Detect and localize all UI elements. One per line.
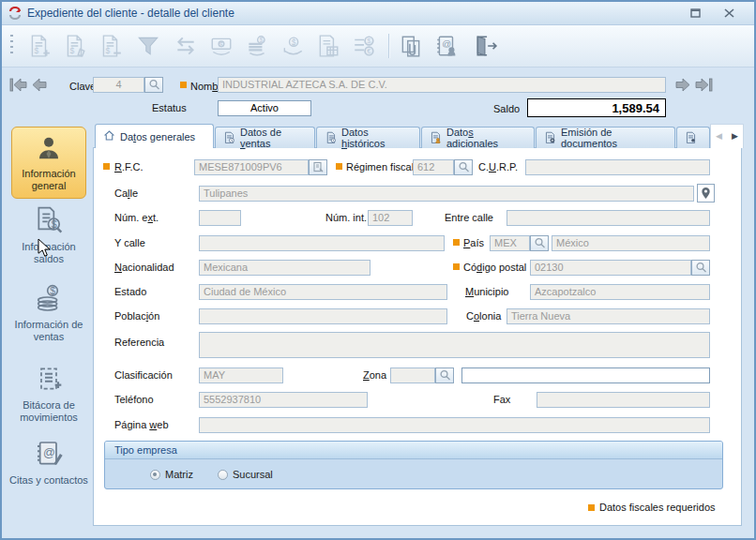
rfc-field[interactable]: MESE871009PV6 — [194, 159, 309, 175]
balance-icon[interactable]: $ — [276, 30, 310, 62]
sucursal-label: Sucursal — [233, 469, 273, 480]
estado-label: Estado — [114, 286, 146, 297]
calle-field[interactable]: Tulipanes — [199, 186, 694, 202]
zona-descripcion-field[interactable] — [461, 368, 710, 383]
regimen-search-icon[interactable] — [454, 159, 473, 175]
clasificacion-label: Clasificación — [114, 369, 173, 381]
required-marker — [103, 163, 110, 170]
restore-icon[interactable] — [685, 6, 705, 21]
svg-text:$: $ — [35, 46, 39, 55]
entre-calle-label: Entre calle — [445, 212, 493, 223]
codigo-postal-label: Código postal — [463, 262, 526, 273]
sucursal-radio[interactable] — [218, 470, 228, 480]
clave-search-icon[interactable] — [144, 77, 163, 93]
codigo-postal-search-icon[interactable] — [691, 260, 710, 276]
tab-datos-generales[interactable]: Datos generales — [95, 124, 214, 148]
currency-icon[interactable]: $€ — [347, 30, 381, 62]
svg-text:$: $ — [70, 46, 75, 55]
telefono-field[interactable]: 5552937810 — [199, 392, 368, 408]
navigate-icon[interactable] — [169, 30, 203, 62]
fax-field[interactable] — [537, 392, 710, 408]
svg-text:$: $ — [52, 218, 57, 230]
required-marker — [453, 263, 460, 270]
sidebar-item-citas-y-contactos[interactable]: @ Citas y contactos — [9, 439, 88, 487]
payments-icon[interactable]: $ — [204, 30, 238, 62]
num-ext-field[interactable] — [199, 210, 241, 226]
close-icon[interactable] — [718, 6, 739, 21]
clave-field[interactable]: 4 — [93, 77, 144, 93]
document-icon — [685, 131, 697, 145]
zona-search-icon[interactable] — [435, 368, 454, 383]
tab-emision-de-documentos[interactable]: Emisión de documentos — [536, 127, 675, 148]
tab-overflow[interactable] — [676, 127, 710, 148]
pagina-web-field[interactable] — [199, 417, 710, 433]
regimen-fiscal-field[interactable]: 612 — [413, 159, 454, 175]
zona-field[interactable] — [390, 368, 435, 383]
attachments-icon[interactable] — [394, 30, 428, 62]
saldo-value: 1,589.54 — [527, 98, 666, 117]
document-history-icon — [325, 131, 337, 145]
pais-name-field[interactable]: México — [552, 235, 710, 251]
edit-document-icon[interactable]: $ — [58, 30, 92, 62]
rfc-validate-icon[interactable] — [309, 159, 327, 175]
exit-icon[interactable] — [469, 30, 503, 62]
municipio-field[interactable]: Azcapotzalco — [530, 284, 710, 300]
fax-label: Fax — [493, 394, 510, 405]
colonia-field[interactable]: Tierra Nueva — [507, 308, 710, 324]
delete-document-icon[interactable]: $ — [94, 30, 128, 62]
tab-label: Datos de ventas — [240, 127, 307, 149]
matriz-radio[interactable] — [150, 470, 160, 480]
matriz-label: Matriz — [165, 469, 193, 480]
sidebar-item-label: Información de ventas — [9, 319, 88, 343]
person-icon — [35, 134, 63, 165]
estatus-value: Activo — [218, 100, 311, 116]
add-document-icon[interactable]: $ — [23, 30, 56, 62]
poblacion-label: Población — [114, 310, 159, 322]
last-record-button[interactable] — [694, 76, 713, 94]
estado-field[interactable]: Ciudad de México — [199, 284, 447, 300]
client-detail-window: Expediente del cliente - detalle del cli… — [0, 0, 756, 540]
poblacion-field[interactable] — [199, 308, 447, 324]
first-record-button[interactable] — [9, 76, 28, 94]
tab-datos-adicionales[interactable]: Datos adicionales — [421, 127, 535, 148]
y-calle-field[interactable] — [199, 235, 445, 251]
nacionalidad-label: Nacionalidad — [114, 262, 174, 273]
sidebar-item-informacion-general[interactable]: Información general — [11, 127, 86, 199]
nacionalidad-field[interactable]: Mexicana — [199, 260, 370, 276]
toolbar-separator — [388, 34, 390, 58]
sidebar-item-bitacora-de-movimientos[interactable]: Bitácora de movimientos — [9, 364, 88, 424]
document-calendar-icon[interactable] — [311, 30, 345, 62]
sidebar-item-informacion-de-ventas[interactable]: $ Información de ventas — [9, 283, 88, 343]
telefono-label: Teléfono — [114, 394, 154, 405]
deposits-icon[interactable]: $ — [240, 30, 274, 62]
curp-field[interactable] — [525, 159, 710, 175]
next-record-button[interactable] — [673, 76, 692, 94]
municipio-label: Municipio — [465, 286, 508, 297]
map-pin-icon[interactable] — [697, 184, 715, 202]
toolbar-grip[interactable] — [10, 35, 13, 57]
entre-calle-field[interactable] — [507, 210, 710, 226]
toolbar: $ $ $ $ $ $ $€ — [2, 25, 754, 68]
pais-code-field[interactable]: MEX — [490, 235, 530, 251]
svg-text:$: $ — [106, 46, 111, 55]
referencia-field[interactable] — [199, 332, 710, 358]
tab-scroll-right-icon[interactable]: ▶ — [732, 132, 738, 141]
window-title: Expediente del cliente - detalle del cli… — [27, 7, 234, 20]
tab-scroll-left-icon[interactable]: ◀ — [716, 132, 722, 141]
num-ext-label: Núm. ext. — [114, 212, 159, 223]
svg-text:$: $ — [292, 38, 296, 47]
num-int-field[interactable]: 102 — [368, 210, 413, 226]
clave-label: Clave — [69, 81, 96, 92]
required-marker — [453, 239, 460, 246]
referencia-label: Referencia — [114, 337, 164, 348]
nombre-field[interactable]: INDUSTRIAL AZTECA S.A. DE C.V. — [218, 77, 666, 93]
tab-datos-historicos[interactable]: Datos históricos — [316, 127, 420, 148]
clasificacion-field[interactable]: MAY — [199, 368, 283, 383]
pais-search-icon[interactable] — [530, 235, 549, 251]
colonia-label: Colonia — [466, 310, 501, 322]
tab-datos-de-ventas[interactable]: Datos de ventas — [215, 127, 315, 148]
filter-icon[interactable] — [131, 30, 165, 62]
contacts-icon[interactable]: @ — [430, 30, 463, 62]
previous-record-button[interactable] — [30, 76, 49, 94]
codigo-postal-field[interactable]: 02130 — [530, 260, 691, 276]
